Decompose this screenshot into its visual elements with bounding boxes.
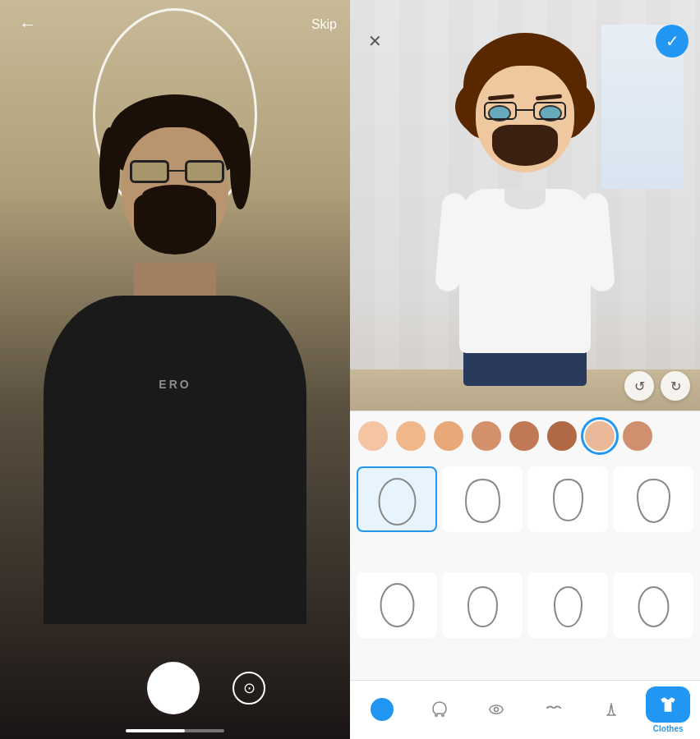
camera-controls: ⊙ (0, 662, 350, 714)
avatar-glasses-left (484, 102, 517, 120)
avatar-glasses (484, 102, 566, 122)
skin-color-6[interactable] (547, 421, 577, 451)
face-shape-1[interactable] (357, 466, 437, 532)
camera-panel: ← Skip (0, 0, 350, 739)
face-shape-6[interactable] (442, 572, 523, 638)
avatar-glasses-bridge (517, 109, 533, 111)
camera-top-bar: ← Skip (0, 0, 350, 49)
svg-point-1 (380, 584, 413, 627)
face-shape-svg-8 (631, 579, 676, 632)
avatar-editor-panel: 08:49 🔔 🔕 ▲ ▐▐▐ 🔋 ✕ ✓ (350, 0, 700, 739)
svg-point-4 (495, 707, 499, 711)
face-shape-svg-7 (546, 579, 591, 632)
eyes-icon (485, 698, 508, 721)
face-shape-5[interactable] (357, 572, 437, 638)
face-shape-2[interactable] (442, 466, 523, 532)
skin-face (122, 127, 228, 255)
brows-svg (544, 700, 564, 719)
skin-color-8[interactable] (623, 421, 652, 451)
face-shape-svg-4 (631, 473, 676, 526)
brows-icon (542, 698, 565, 721)
avatar-character (443, 33, 607, 378)
check-icon: ✓ (665, 31, 679, 51)
face-nav-dot (371, 698, 394, 721)
skip-label: Skip (311, 17, 337, 31)
skin-color-7[interactable] (585, 421, 615, 451)
mustache (142, 185, 208, 205)
face-region (93, 82, 257, 263)
close-icon: ✕ (368, 31, 382, 51)
bottom-navigation: Clothes (350, 680, 700, 739)
svg-point-0 (379, 479, 415, 525)
undo-redo-controls: ↺ ↻ (624, 371, 690, 401)
back-button[interactable]: ← (13, 10, 43, 39)
face-shape-8[interactable] (613, 572, 693, 638)
skin-color-5[interactable] (509, 421, 539, 451)
avatar-eyebrows (488, 95, 562, 102)
nav-item-eyes[interactable] (467, 681, 525, 739)
main-container: ← Skip (0, 0, 700, 739)
spacer (85, 673, 114, 703)
body-hoodie: ERO (44, 296, 306, 624)
svg-point-2 (638, 587, 668, 627)
hair-icon (428, 698, 451, 721)
avatar-body (459, 189, 591, 353)
skip-button[interactable]: Skip (311, 17, 337, 32)
eyes-svg (486, 700, 506, 719)
face-shape-4[interactable] (613, 466, 693, 532)
nav-item-hair[interactable] (411, 681, 468, 739)
face-shape-svg-1 (375, 473, 420, 526)
svg-point-3 (490, 705, 503, 714)
camera-progress-fill (126, 729, 185, 732)
clothes-nav-btn (646, 686, 690, 723)
avatar-glasses-right (533, 102, 566, 120)
back-icon: ← (19, 14, 37, 35)
skin-color-2[interactable] (396, 421, 426, 451)
skin-color-3[interactable] (434, 421, 463, 451)
camera-progress-bar (126, 729, 224, 732)
glasses-bridge (169, 170, 185, 172)
avatar-collar (504, 189, 546, 209)
face-shape-svg-3 (546, 473, 591, 526)
close-button[interactable]: ✕ (362, 28, 388, 54)
hair-right (230, 127, 251, 209)
avatar-face (476, 66, 574, 172)
avatar-top-bar: ✕ ✓ (350, 23, 700, 59)
avatar-left-eyebrow (488, 94, 514, 101)
nav-item-clothes[interactable]: Clothes (639, 681, 697, 739)
face-shape-svg-2 (460, 473, 505, 526)
hair-svg (430, 700, 449, 719)
lens-switch-button[interactable]: ⊙ (233, 672, 265, 705)
shirt-text: ERO (159, 378, 191, 391)
face-shape-svg-6 (460, 579, 505, 632)
face-shape-3[interactable] (527, 466, 608, 532)
glasses (130, 160, 224, 185)
camera-feed: ERO (0, 0, 350, 739)
clothes-nav-label: Clothes (653, 724, 684, 733)
avatar-beard (492, 125, 558, 166)
nose-icon (600, 698, 623, 721)
lens-icon: ⊙ (243, 679, 256, 697)
redo-button[interactable]: ↻ (661, 371, 690, 401)
hair-left (99, 127, 120, 209)
undo-button[interactable]: ↺ (624, 371, 654, 401)
skin-color-1[interactable] (358, 421, 388, 451)
nose-svg (601, 700, 621, 719)
glasses-right-lens (185, 160, 224, 183)
nav-item-nose[interactable] (583, 681, 640, 739)
avatar-canvas: ↺ ↻ (350, 0, 700, 411)
skin-color-picker (350, 411, 700, 460)
glasses-left-lens (130, 160, 169, 183)
face-shape-grid (350, 460, 700, 680)
face-shape-7[interactable] (527, 572, 608, 638)
nav-item-brows[interactable] (525, 681, 583, 739)
face-shape-svg-5 (375, 579, 420, 632)
skin-color-4[interactable] (472, 421, 501, 451)
nav-item-face[interactable] (353, 681, 411, 739)
avatar-right-eyebrow (536, 94, 562, 101)
done-button[interactable]: ✓ (656, 25, 688, 57)
capture-button[interactable] (147, 662, 200, 714)
clothes-icon (657, 694, 679, 715)
